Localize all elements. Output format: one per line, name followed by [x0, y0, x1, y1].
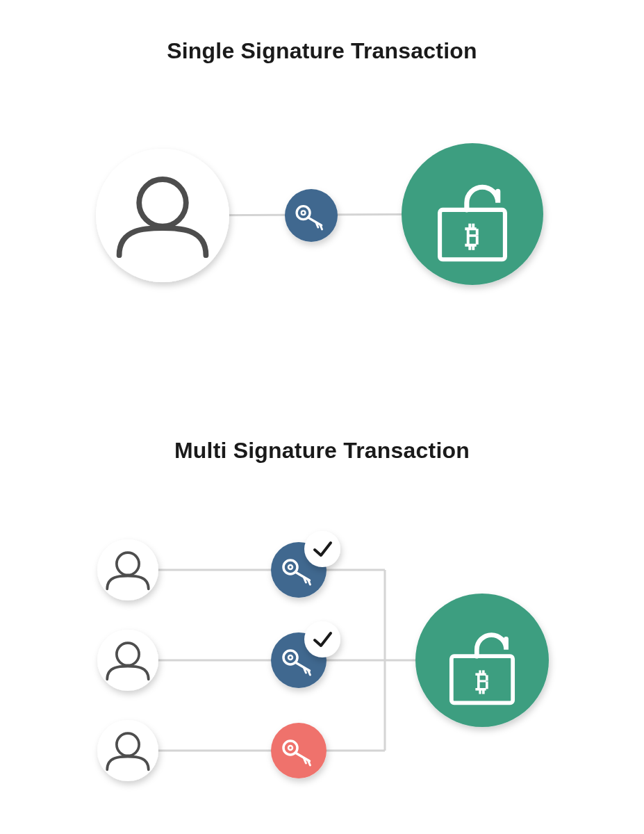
svg-point-9 — [402, 143, 543, 285]
svg-text:₿: ₿ — [465, 220, 480, 252]
multi-user-icon-1 — [97, 539, 158, 600]
multi-signature-title: Multi Signature Transaction — [0, 438, 644, 464]
svg-point-3 — [285, 189, 338, 242]
single-signature-title: Single Signature Transaction — [0, 38, 644, 64]
svg-point-20 — [97, 539, 158, 600]
multi-bitcoin-lock-icon: ₿ — [415, 594, 549, 727]
svg-point-22 — [97, 630, 158, 691]
single-user-icon — [96, 149, 229, 282]
svg-point-24 — [97, 720, 158, 781]
multi-key-icon-3 — [271, 723, 327, 778]
single-key-icon — [285, 189, 338, 242]
single-bitcoin-lock-icon: ₿ — [402, 143, 543, 285]
single-signature-diagram: ₿ — [0, 132, 644, 313]
multi-user-icon-2 — [97, 630, 158, 691]
multi-key-check-icon-1 — [304, 531, 340, 567]
svg-point-46 — [415, 594, 549, 727]
svg-point-32 — [304, 531, 340, 567]
svg-point-1 — [96, 149, 229, 282]
svg-text:₿: ₿ — [475, 666, 489, 696]
svg-point-39 — [304, 621, 340, 657]
multi-key-check-icon-2 — [304, 621, 340, 657]
multi-user-icon-3 — [97, 720, 158, 781]
multi-signature-diagram: ₿ — [0, 528, 644, 806]
svg-point-40 — [271, 723, 327, 778]
